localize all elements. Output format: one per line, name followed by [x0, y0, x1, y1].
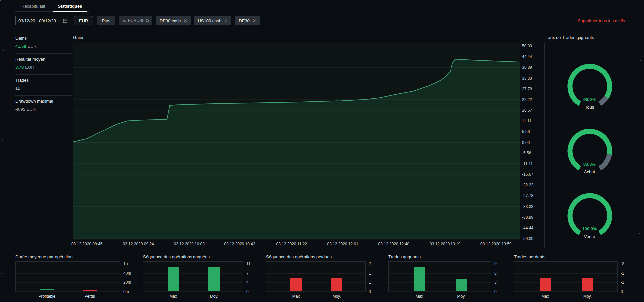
- asset-chip-us100cash[interactable]: US100.cash ✕: [194, 16, 231, 25]
- tab-recapitulatif[interactable]: Récapitulatif: [16, 2, 51, 11]
- toolbar: 03/12/20 - 03/12/20 EUR Pips DE30.cash ✕…: [15, 16, 625, 26]
- gridline: [266, 282, 365, 283]
- stat-drawdown-maximal: Drawdown maximal -0.95EUR: [15, 96, 72, 116]
- losing-trades-y-axis: -2-1-10: [618, 261, 633, 292]
- pips-button[interactable]: Pips: [97, 16, 115, 25]
- losing-trades-plot: [514, 261, 618, 292]
- stat-value: 11: [15, 86, 20, 91]
- y-axis-tick: 1h: [123, 261, 128, 266]
- calendar-icon[interactable]: [63, 18, 67, 23]
- mini-chart-title: Séquence des opérations perdues: [266, 254, 381, 261]
- tab-statistiques[interactable]: Statistiques: [53, 2, 88, 12]
- y-axis-tick: 11.11: [522, 119, 531, 123]
- gauge-label: Tous: [562, 105, 618, 110]
- x-axis-tick: 03.12.2020 09:24: [123, 242, 154, 246]
- avg-duration-plot: [15, 261, 120, 292]
- gridline: [16, 282, 120, 283]
- gridline: [16, 291, 120, 292]
- tab-bar: Récapitulatif Statistiques: [15, 2, 89, 12]
- y-axis-tick: 50.00: [522, 44, 532, 48]
- gridline: [389, 264, 491, 264]
- gridline: [16, 264, 120, 264]
- category-label: Max: [541, 294, 549, 299]
- gridline: [389, 291, 491, 292]
- gridline: [389, 282, 491, 283]
- gauge-percent: 83.3%: [562, 162, 618, 167]
- y-axis-tick: 5.56: [522, 129, 530, 134]
- gauge-achat: 83.3% Achat: [562, 127, 618, 177]
- y-axis-tick: 1: [369, 280, 371, 285]
- win-rate-panel: 90.9% Tous 83.3% Achat 100.0% Vente: [544, 43, 635, 248]
- bottom-charts-row: Durée moyenne par opération Profitable P…: [15, 254, 633, 299]
- stat-label: Trades: [15, 78, 72, 83]
- gauge-label: Achat: [562, 169, 618, 174]
- stats-sidebar: Gains 41.58EUR Résultat moyen 3.78EUR Tr…: [15, 33, 72, 116]
- y-axis-tick: -44.44: [522, 226, 533, 230]
- y-axis-tick: -1: [621, 271, 624, 276]
- loss-sequence-plot: [266, 261, 366, 292]
- gains-plot-svg: [73, 43, 520, 240]
- y-axis-tick: 0.00: [522, 140, 530, 145]
- gauge-label: Vente: [562, 234, 618, 239]
- chip-close-icon[interactable]: ✕: [253, 18, 256, 23]
- starfield: [0, 0, 1, 1]
- x-axis-tick: 03.12.2020 13:19: [430, 242, 460, 246]
- stat-resultat-moyen: Résultat moyen 3.78EUR: [15, 54, 72, 75]
- bar-max: [168, 267, 179, 292]
- gridline: [143, 264, 243, 264]
- y-axis-tick: 0: [494, 289, 497, 294]
- y-axis-tick: 0m: [123, 289, 129, 294]
- y-axis-tick: 2: [369, 261, 371, 266]
- date-range-input[interactable]: 03/12/20 - 03/12/20: [15, 16, 70, 25]
- gains-x-axis: 03.12.2020 08:4503.12.2020 09:2403.12.20…: [73, 242, 520, 248]
- gridline: [143, 291, 243, 292]
- mini-chart-title: Séquence des opérations gagnées: [143, 254, 259, 261]
- gridline: [143, 273, 243, 274]
- gridline: [266, 264, 365, 264]
- gauge-percent: 100.0%: [562, 226, 618, 231]
- asset-chip-label: DE30: [239, 18, 250, 23]
- y-axis-tick: -27.78: [522, 193, 533, 198]
- currency-eur-button[interactable]: EUR: [74, 16, 93, 25]
- y-axis-tick: -11.11: [522, 161, 533, 166]
- y-axis-tick: 40m: [123, 271, 131, 276]
- x-axis-tick: 03.12.2020 12:40: [378, 242, 409, 246]
- y-axis-tick: -1: [621, 280, 624, 285]
- avg-duration-y-axis: 1h40m20m0m: [120, 261, 136, 292]
- search-icon[interactable]: [145, 19, 150, 23]
- gridline: [266, 273, 365, 274]
- y-axis-tick: 38.89: [522, 65, 532, 70]
- y-axis-tick: 0: [369, 289, 371, 294]
- y-axis-tick: 22.22: [522, 97, 532, 102]
- symbol-search-input[interactable]: [122, 18, 144, 23]
- remove-all-assets-link[interactable]: Supprimer tous les actifs: [578, 18, 625, 23]
- win-rate-region: Taux de Trades gagnants 90.9% Tous 83.3%…: [544, 33, 635, 248]
- gridline: [389, 273, 491, 274]
- y-axis-tick: 0: [621, 289, 623, 294]
- category-label: Moy.: [583, 294, 592, 299]
- gridline: [514, 273, 617, 274]
- chart-loss-sequence-panel: Séquence des opérations perdues Max Moy.…: [266, 254, 381, 299]
- y-axis-tick: 4: [246, 280, 249, 285]
- gridline: [143, 282, 243, 283]
- chart-winning-trades-panel: Trades gagnants Max Moy. 9630: [388, 254, 507, 299]
- y-axis-tick: 44.44: [522, 54, 532, 59]
- symbol-search-box[interactable]: [119, 16, 152, 25]
- category-label: Perdu: [84, 294, 95, 299]
- asset-chip-de30[interactable]: DE30 ✕: [235, 16, 260, 25]
- category-label: Max: [292, 294, 300, 299]
- chip-close-icon[interactable]: ✕: [224, 18, 228, 23]
- bar-avg: [331, 278, 342, 291]
- dash-avg: [83, 290, 97, 291]
- y-axis-tick: 6: [494, 271, 497, 276]
- date-range-value: 03/12/20 - 03/12/20: [18, 18, 56, 23]
- y-axis-tick: -22.22: [522, 183, 533, 187]
- gridline: [514, 282, 617, 283]
- stat-label: Résultat moyen: [15, 57, 72, 62]
- asset-chip-de30cash[interactable]: DE30.cash ✕: [156, 16, 191, 25]
- x-axis-tick: 03.12.2020 10:42: [224, 242, 255, 246]
- chip-close-icon[interactable]: ✕: [184, 18, 187, 23]
- category-label: Max: [416, 294, 423, 299]
- mini-chart-title: Durée moyenne par opération: [15, 254, 136, 261]
- x-axis-tick: 03.12.2020 10:03: [174, 242, 204, 246]
